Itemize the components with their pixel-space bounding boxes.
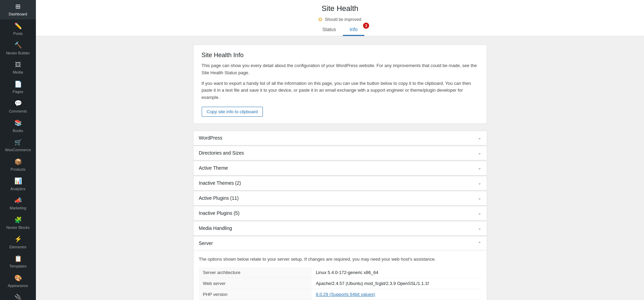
sidebar-item-label: Books <box>13 128 23 133</box>
sidebar: ⊞ Dashboard ✏️ Posts 🔨 Nexter Builder 🖼 … <box>0 0 36 300</box>
sidebar-item-analytics[interactable]: 📊 Analytics <box>0 174 36 194</box>
chevron-down-icon: ⌄ <box>478 226 481 231</box>
content-area: Site Health Info This page can show you … <box>186 44 494 300</box>
pages-icon: 📄 <box>14 80 22 88</box>
accordion-server-label: Server <box>199 240 213 246</box>
posts-icon: ✏️ <box>14 22 22 30</box>
accordion-active-plugins-header[interactable]: Active Plugins (11) ⌄ <box>193 191 487 205</box>
server-row-value: 8.0.29 (Supports 64bit values) <box>312 289 481 300</box>
nexter-blocks-icon: 🧩 <box>14 216 22 224</box>
sidebar-item-label: Analytics <box>10 186 25 191</box>
accordion-wordpress-header[interactable]: WordPress ⌄ <box>193 131 487 145</box>
accordion-server: Server ⌄ The options shown below relate … <box>193 236 487 300</box>
sidebar-item-posts[interactable]: ✏️ Posts <box>0 19 36 39</box>
accordion-inactive-themes: Inactive Themes (2) ⌄ <box>193 176 487 191</box>
accordion-inactive-themes-header[interactable]: Inactive Themes (2) ⌄ <box>193 176 487 190</box>
marketing-icon: 📣 <box>14 197 22 205</box>
info-paragraph-1: This page can show you every detail abou… <box>202 62 479 77</box>
server-table-row: Server architectureLinux 5.4.0-172-gener… <box>199 267 481 278</box>
sidebar-item-label: WooCommerce <box>5 147 31 152</box>
sidebar-item-appearance[interactable]: 🎨 Appearance <box>0 272 36 291</box>
accordion-active-theme-label: Active Theme <box>199 165 228 171</box>
chevron-down-icon: ⌄ <box>478 211 481 216</box>
sidebar-item-label: Products <box>11 167 25 172</box>
tab-info[interactable]: Info 3 <box>343 24 364 36</box>
accordion-server-body: The options shown below relate to your s… <box>193 250 487 300</box>
sidebar-item-pages[interactable]: 📄 Pages <box>0 78 36 97</box>
sidebar-item-label: Marketing <box>10 206 26 210</box>
sidebar-item-label: Nexter Builder <box>6 51 30 55</box>
sidebar-item-nexter-blocks[interactable]: 🧩 Nexter Blocks <box>0 213 36 233</box>
accordion-inactive-plugins-header[interactable]: Inactive Plugins (5) ⌄ <box>193 206 487 220</box>
server-row-value: Apache/2.4.57 (Ubuntu) mod_fcgid/2.3.9 O… <box>312 278 481 289</box>
accordion-inactive-plugins-label: Inactive Plugins (5) <box>199 210 240 216</box>
info-section-title: Site Health Info <box>202 52 479 59</box>
accordion-directories-header[interactable]: Directories and Sizes ⌄ <box>193 146 487 160</box>
server-row-label: Server architecture <box>199 267 312 278</box>
page-header: Site Health Should be improved Status In… <box>36 0 644 36</box>
dashboard-icon: ⊞ <box>15 3 21 11</box>
chevron-down-icon: ⌄ <box>478 181 481 185</box>
templates-icon: 📋 <box>14 255 22 263</box>
sidebar-item-label: Dashboard <box>9 12 27 16</box>
info-paragraph-2: If you want to export a handy list of al… <box>202 80 479 101</box>
accordion-active-theme-header[interactable]: Active Theme ⌄ <box>193 161 487 175</box>
accordion-directories: Directories and Sizes ⌄ <box>193 146 487 160</box>
accordion-active-theme: Active Theme ⌄ <box>193 161 487 175</box>
accordion-server-header[interactable]: Server ⌄ <box>193 236 487 250</box>
sidebar-item-templates[interactable]: 📋 Templates <box>0 252 36 272</box>
accordion-wordpress: WordPress ⌄ <box>193 131 487 145</box>
status-label: Should be improved <box>325 17 361 22</box>
tabs-row: Status Info 3 <box>43 24 637 36</box>
sidebar-item-label: Templates <box>9 264 26 269</box>
sidebar-item-label: Pages <box>13 89 23 94</box>
accordion-active-plugins-label: Active Plugins (11) <box>199 195 239 201</box>
accordion-inactive-themes-label: Inactive Themes (2) <box>199 180 241 186</box>
accordion-inactive-plugins: Inactive Plugins (5) ⌄ <box>193 206 487 221</box>
sidebar-item-woocommerce[interactable]: 🛒 WooCommerce <box>0 136 36 155</box>
tab-info-label: Info <box>350 27 358 32</box>
sidebar-item-label: Nexter Blocks <box>6 225 30 230</box>
analytics-icon: 📊 <box>14 177 22 185</box>
accordion-media-handling-header[interactable]: Media Handling ⌄ <box>193 221 487 235</box>
chevron-up-icon: ⌄ <box>478 241 481 246</box>
sidebar-item-nexter-builder[interactable]: 🔨 Nexter Builder <box>0 39 36 58</box>
chevron-down-icon: ⌄ <box>478 196 481 200</box>
elementor-icon: ⚡ <box>14 235 22 243</box>
sidebar-item-plugins[interactable]: 🔌 Plugins <box>0 291 36 300</box>
tab-status[interactable]: Status <box>316 24 343 36</box>
server-row-label: PHP version <box>199 289 312 300</box>
sidebar-item-products[interactable]: 📦 Products <box>0 155 36 175</box>
sidebar-item-media[interactable]: 🖼 Media <box>0 58 36 78</box>
server-row-value: Linux 5.4.0-172-generic x86_64 <box>312 267 481 278</box>
sidebar-item-comments[interactable]: 💬 Comments <box>0 97 36 116</box>
comments-icon: 💬 <box>14 100 22 107</box>
sidebar-item-marketing[interactable]: 📣 Marketing <box>0 194 36 213</box>
books-icon: 📚 <box>14 119 22 127</box>
server-row-link[interactable]: 8.0.29 (Supports 64bit values) <box>316 292 375 297</box>
server-intro-text: The options shown below relate to your s… <box>199 256 481 263</box>
sidebar-item-label: Elementor <box>9 245 26 249</box>
accordion-media-handling-label: Media Handling <box>199 225 232 231</box>
appearance-icon: 🎨 <box>14 274 22 282</box>
plugins-icon: 🔌 <box>14 294 22 300</box>
server-table-row: PHP version8.0.29 (Supports 64bit values… <box>199 289 481 300</box>
tab-info-badge: 3 <box>363 23 369 29</box>
media-icon: 🖼 <box>15 61 21 69</box>
sidebar-item-books[interactable]: 📚 Books <box>0 116 36 136</box>
server-info-table: Server architectureLinux 5.4.0-172-gener… <box>199 267 481 300</box>
info-box: Site Health Info This page can show you … <box>193 44 487 124</box>
sidebar-item-dashboard[interactable]: ⊞ Dashboard <box>0 0 36 19</box>
sidebar-item-label: Posts <box>13 31 23 36</box>
info-para1-text: This page can show you every detail abou… <box>202 63 477 75</box>
sidebar-item-elementor[interactable]: ⚡ Elementor <box>0 233 36 252</box>
accordion-directories-label: Directories and Sizes <box>199 150 244 156</box>
page-title: Site Health <box>43 4 637 13</box>
sidebar-item-label: Appearance <box>8 283 28 288</box>
products-icon: 📦 <box>14 158 22 166</box>
status-dot-icon <box>319 18 322 21</box>
sidebar-item-label: Media <box>13 70 23 75</box>
copy-site-info-button[interactable]: Copy site info to clipboard <box>202 107 263 117</box>
sidebar-item-label: Comments <box>9 109 27 114</box>
server-table-row: Web serverApache/2.4.57 (Ubuntu) mod_fcg… <box>199 278 481 289</box>
